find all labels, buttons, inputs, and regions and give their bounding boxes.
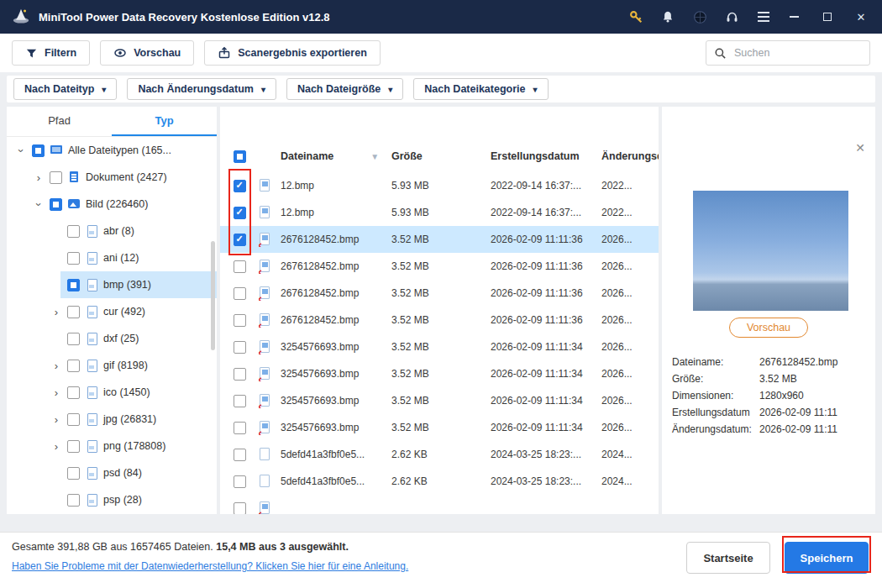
row-checkbox[interactable] [234,395,246,407]
row-checkbox[interactable] [234,368,246,381]
tree-item-ani[interactable]: ani (12) [7,244,217,271]
row-checkbox[interactable] [234,260,246,273]
collapse-arrow-icon[interactable]: › [15,144,28,156]
table-row[interactable]: ✕2676128452.bmp3.52 MB2026-02-09 11:11:3… [220,307,659,333]
tree-item-psd[interactable]: psd (84) [7,459,217,486]
tree-checkbox[interactable] [50,198,62,211]
help-link[interactable]: Haben Sie Probleme mit der Datenwiederhe… [12,560,408,572]
tree-item-label: gif (8198) [103,360,148,371]
table-row[interactable]: 12.bmp5.93 MB2022-09-14 16:37:...2022... [220,172,659,199]
row-checkbox[interactable] [234,341,246,354]
column-header-size[interactable]: Größe [385,150,484,162]
tree-item-cur[interactable]: ›cur (492) [7,298,217,325]
preview-action-button[interactable]: Vorschau [729,318,808,338]
search-input[interactable] [732,46,862,60]
row-checkbox[interactable] [234,422,246,434]
maximize-button[interactable] [816,6,838,28]
expand-arrow-icon[interactable]: › [33,171,45,184]
page-icon [85,386,98,399]
tree-checkbox[interactable] [67,386,80,399]
column-header-name[interactable]: Dateiname ▼ [281,150,385,162]
row-checkbox[interactable] [234,287,246,300]
column-header-created[interactable]: Erstellungsdatum [484,150,595,162]
tree-checkbox[interactable] [67,440,80,453]
row-checkbox[interactable] [234,502,246,515]
row-checkbox[interactable] [234,314,246,327]
expand-arrow-icon[interactable]: › [50,386,62,399]
export-button[interactable]: Scanergebnis exportieren [204,40,381,66]
tree-item-abr[interactable]: abr (8) [7,218,217,244]
tree-item-gif[interactable]: ›gif (8198) [7,352,217,379]
tree-item-jpg[interactable]: ›jpg (26831) [7,406,217,433]
preview-toggle-button[interactable]: Vorschau [100,40,194,66]
table-row[interactable]: ✕3254576693.bmp3.52 MB2026-02-09 11:11:3… [220,360,659,387]
tree-checkbox[interactable] [50,171,62,184]
tree-checkbox[interactable] [67,252,80,265]
tree-checkbox[interactable] [67,360,80,372]
expand-arrow-icon[interactable]: › [50,440,62,453]
table-row[interactable]: ✕ [220,495,659,514]
tree-item-psp[interactable]: psp (28) [7,486,217,513]
column-header-modified[interactable]: Änderungsdatum [595,150,659,162]
tree-checkbox[interactable] [67,225,80,238]
tree-item-png[interactable]: ›png (178808) [7,433,217,459]
table-row[interactable]: ✕2676128452.bmp3.52 MB2026-02-09 11:11:3… [220,253,659,280]
row-checkbox[interactable] [234,449,246,461]
tree-checkbox[interactable] [32,144,45,157]
filter-dropdown-1[interactable]: Nach Dateityp▾ [13,78,117,100]
tree-item-label: ani (12) [103,252,139,264]
tab-typ[interactable]: Typ [112,107,217,136]
home-button[interactable]: Startseite [686,542,770,574]
close-button[interactable]: ✕ [850,6,872,28]
bell-icon[interactable] [660,9,675,24]
globe-icon[interactable] [692,9,707,24]
table-row[interactable]: ✕2676128452.bmp3.52 MB2026-02-09 11:11:3… [220,280,659,307]
table-header: Dateiname ▼ Größe Erstellungsdatum Änder… [220,140,659,172]
row-checkbox[interactable] [234,180,246,192]
table-row[interactable]: ✕2676128452.bmp3.52 MB2026-02-09 11:11:3… [220,226,659,253]
tree-checkbox[interactable] [67,279,80,291]
tree-checkbox[interactable] [67,494,80,507]
row-checkbox[interactable] [234,234,246,246]
scrollbar-thumb[interactable] [211,241,215,350]
menu-icon[interactable] [756,9,771,24]
save-button[interactable]: Speichern [785,542,869,574]
tree-checkbox[interactable] [67,306,80,318]
tree-item-label: psd (84) [103,467,142,479]
expand-arrow-icon[interactable]: › [50,360,62,372]
tab-pfad[interactable]: Pfad [7,107,112,136]
tree-item-bild[interactable]: ›Bild (226460) [7,191,217,218]
tree-item-label: Alle Dateitypen (165... [68,144,171,156]
collapse-arrow-icon[interactable]: › [33,198,45,210]
table-row[interactable]: 12.bmp5.93 MB2022-09-14 16:37:...2022... [220,199,659,226]
table-row[interactable]: ✕3254576693.bmp3.52 MB2026-02-09 11:11:3… [220,387,659,414]
table-row[interactable]: 5defd41a3fbf0e5...2.62 KB2024-03-25 18:2… [220,468,659,495]
tree-item-ico[interactable]: ›ico (1450) [7,379,217,406]
select-all-checkbox[interactable] [234,150,246,163]
row-checkbox[interactable] [234,207,246,219]
filter-dropdown-3[interactable]: Nach Dateigröße▾ [286,78,403,100]
tree-item-label: jpg (26831) [103,413,156,425]
headset-icon[interactable] [724,9,739,24]
expand-arrow-icon[interactable]: › [50,413,62,426]
tree-checkbox[interactable] [67,467,80,480]
tree-item-dokument[interactable]: ›Dokument (2427) [7,164,217,191]
row-checkbox[interactable] [234,475,246,488]
minimize-button[interactable] [783,6,805,28]
tree-checkbox[interactable] [67,413,80,426]
filter-dropdown-4[interactable]: Nach Dateikategorie▾ [413,78,548,100]
tree-item-alle[interactable]: ›Alle Dateitypen (165... [7,137,217,164]
expand-arrow-icon[interactable]: › [50,306,62,318]
table-row[interactable]: ✕3254576693.bmp3.52 MB2026-02-09 11:11:3… [220,333,659,360]
table-row[interactable]: 5defd41a3fbf0e5...2.62 KB2024-03-25 18:2… [220,441,659,468]
tree-item-bmp[interactable]: bmp (391) [7,271,217,298]
sort-down-icon[interactable]: ▼ [370,152,379,161]
tree-item-dxf[interactable]: dxf (25) [7,325,217,352]
key-icon[interactable] [628,9,643,24]
filter-button[interactable]: Filtern [12,40,90,66]
close-preview-icon[interactable]: ✕ [855,142,865,154]
table-row[interactable]: ✕3254576693.bmp3.52 MB2026-02-09 11:11:3… [220,414,659,441]
filter-dropdown-2[interactable]: Nach Änderungsdatum▾ [127,78,276,100]
page-icon [85,412,98,426]
tree-checkbox[interactable] [67,333,80,345]
